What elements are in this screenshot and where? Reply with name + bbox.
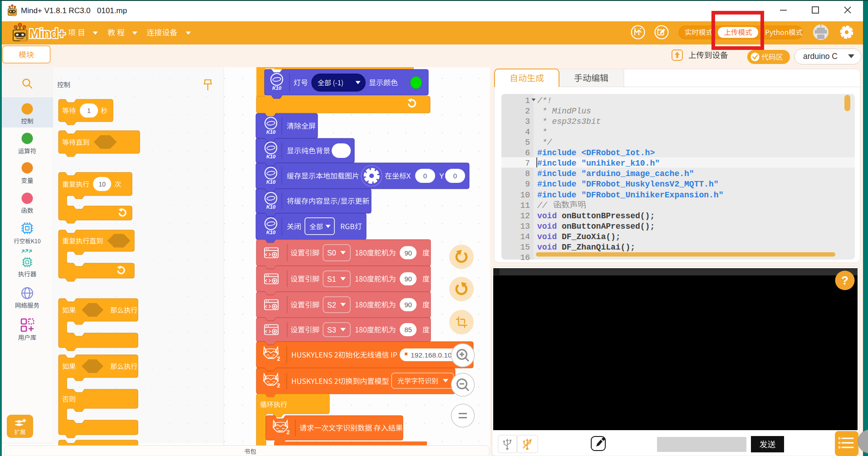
svg-text:*/: */	[537, 138, 553, 147]
svg-text:2: 2	[277, 382, 280, 389]
svg-text:"unihiker_k10.h": "unihiker_k10.h"	[576, 159, 660, 168]
svg-text:/*!: /*!	[537, 96, 552, 105]
svg-text:#include: #include	[537, 159, 576, 168]
svg-text:12: 12	[520, 211, 530, 221]
svg-text:S1: S1	[327, 275, 336, 283]
svg-text:K10: K10	[266, 230, 276, 235]
svg-text:#include: #include	[537, 148, 576, 157]
svg-text:8: 8	[525, 169, 530, 178]
svg-text:* esp32s3bit: * esp32s3bit	[537, 117, 601, 126]
svg-text:7: 7	[525, 159, 530, 168]
svg-text:* MindPlus: * MindPlus	[537, 107, 591, 116]
svg-text:"DFRobot_UnihikerExpansion.h": "DFRobot_UnihikerExpansion.h"	[576, 191, 723, 200]
svg-text:1: 1	[525, 96, 530, 105]
svg-text:void: void	[537, 232, 557, 241]
svg-text:Mind+ V1.8.1 RC3.0 0101.mp: Mind+ V1.8.1 RC3.0 0101.mp	[21, 6, 127, 15]
svg-text:"DFRobot_HuskylensV2_MQTT.h": "DFRobot_HuskylensV2_MQTT.h"	[576, 180, 718, 189]
svg-text:S0: S0	[327, 249, 336, 257]
svg-text:"arduino_image_cache.h": "arduino_image_cache.h"	[576, 169, 694, 178]
svg-text:void: void	[537, 222, 557, 231]
svg-text:void: void	[537, 211, 557, 221]
svg-text:onButtonAPressed();: onButtonAPressed();	[557, 222, 655, 231]
svg-text:5: 5	[525, 138, 530, 147]
svg-text:#include: #include	[537, 191, 576, 200]
svg-text:#include: #include	[537, 169, 576, 178]
svg-text:K10: K10	[266, 179, 276, 185]
svg-text:S3: S3	[327, 326, 336, 334]
svg-text:?: ?	[841, 274, 848, 287]
svg-text:*: *	[537, 127, 547, 137]
svg-text:2: 2	[287, 429, 290, 436]
svg-text:14: 14	[520, 232, 530, 241]
svg-text:10: 10	[98, 181, 106, 188]
svg-text:1: 1	[87, 107, 91, 114]
svg-text:4: 4	[525, 127, 530, 137]
svg-text:Mind+: Mind+	[29, 26, 65, 41]
svg-text:192.168.0.10: 192.168.0.10	[411, 351, 452, 359]
svg-text:DF_ZuoXia();: DF_ZuoXia();	[557, 232, 620, 241]
svg-text:90: 90	[404, 249, 412, 257]
svg-text:10: 10	[520, 191, 530, 200]
svg-text:K10: K10	[266, 204, 276, 210]
svg-text:onButtonBPressed();: onButtonBPressed();	[557, 211, 655, 221]
svg-text:K10: K10	[266, 154, 276, 159]
svg-text:<DFRobot_Iot.h>: <DFRobot_Iot.h>	[576, 148, 655, 157]
svg-text:9: 9	[525, 180, 530, 189]
svg-text:3: 3	[525, 117, 530, 126]
svg-text:K10: K10	[266, 129, 276, 135]
svg-text:13: 13	[520, 222, 530, 231]
svg-text:2: 2	[277, 356, 280, 362]
svg-text://: //	[537, 201, 548, 210]
svg-text:0: 0	[423, 172, 427, 180]
svg-text:90: 90	[404, 301, 412, 309]
svg-text:K10: K10	[272, 85, 282, 91]
svg-text:#include: #include	[537, 180, 576, 189]
svg-text:16: 16	[520, 253, 530, 262]
svg-text:0: 0	[453, 172, 457, 180]
svg-text:11: 11	[520, 201, 530, 210]
svg-text:S2: S2	[327, 301, 336, 309]
svg-text:Y: Y	[439, 172, 444, 180]
svg-text:arduino C: arduino C	[803, 52, 838, 61]
svg-text:6: 6	[525, 148, 530, 157]
svg-text:void: void	[537, 243, 557, 252]
svg-text:2: 2	[525, 107, 530, 116]
svg-text:DF_ZhanQiLai();: DF_ZhanQiLai();	[557, 243, 635, 252]
svg-text:15: 15	[520, 243, 530, 252]
svg-text:90: 90	[404, 275, 412, 283]
svg-text:85: 85	[404, 326, 412, 333]
